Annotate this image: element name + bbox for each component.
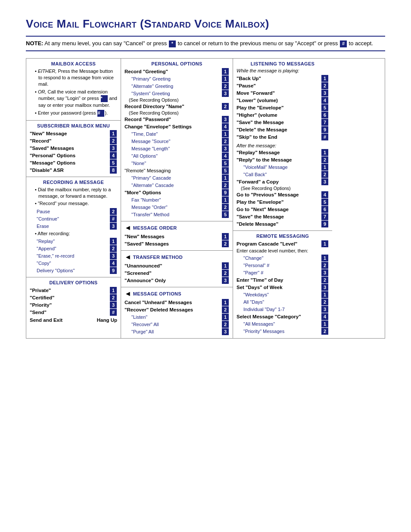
rm-message-category: Select Message "Category" 4: [237, 313, 329, 320]
po-all-options: "All Options" 4: [125, 152, 229, 159]
mailbox-access-header: MAILBOX ACCESS: [30, 61, 117, 66]
po-message-order: Message "Order" 2: [125, 204, 229, 211]
po-primary-greeting: "Primary" Greeting 1: [125, 75, 229, 82]
flowchart: MAILBOX ACCESS • EITHER, Press the Messa…: [26, 58, 385, 339]
po-record-password: Record "Password" 3: [125, 116, 229, 123]
mailbox-bullet-1: • EITHER, Press the Message button to re…: [33, 68, 117, 88]
remote-messaging-header: REMOTE MESSAGING: [237, 233, 329, 239]
page-title: Voice Mail Flowchart (Standard Voice Mai…: [26, 17, 385, 31]
message-options-header-row: ◄ MESSAGE OPTIONS: [125, 290, 229, 298]
middle-column: PERSONAL OPTIONS Record "Greeting" 1 "Pr…: [121, 59, 233, 338]
section-personal-options: PERSONAL OPTIONS Record "Greeting" 1 "Pr…: [121, 59, 233, 221]
right-column: LISTENING TO MESSAGES While the message …: [233, 59, 332, 338]
subscriber-menu-header: SUBSCRIBER MAILBOX MENU: [30, 123, 117, 128]
l-skip-end: "Skip" to the End #: [237, 134, 329, 140]
delivery-send: "Send" #: [30, 309, 117, 316]
po-none: "None" 5: [125, 160, 229, 167]
section-recording: RECORDING A MESSAGE • Dial the mailbox n…: [26, 177, 121, 278]
l-forward-copy: "Forward" a Copy 3: [237, 178, 329, 185]
po-record-directory: Record Directory "Name" 2: [125, 103, 229, 110]
left-column: MAILBOX ACCESS • EITHER, Press the Messa…: [26, 59, 121, 338]
rm-personal: "Personal" # 2: [237, 262, 329, 269]
po-see-recording-2: (See Recording Options): [125, 110, 229, 115]
l-previous-message: Go to "Previous" Message 4: [237, 191, 329, 198]
recording-erase-rerecord: "Erase," re-record 3: [30, 252, 117, 259]
msgopt-listen: "Listen" 1: [125, 314, 229, 320]
delivery-certified: "Certified" 2: [30, 294, 117, 301]
rm-days-of-week: Set "Days" of Week 3: [237, 284, 329, 291]
msgopt-cancel-unheard: Cancel "Unheard" Messages 1: [125, 299, 229, 306]
recording-copy: "Copy" 4: [30, 260, 117, 267]
note-text1: At any menu level, you can say "Cancel" …: [44, 40, 168, 47]
msgopt-purge-all: "Purge" All 3: [125, 328, 229, 335]
msgopt-recover-all: "Recover" All 2: [125, 321, 229, 328]
l-lower: "Lower" (volume) 4: [237, 97, 329, 104]
delivery-header: DELIVERY OPTIONS: [30, 280, 117, 285]
recording-replay: "Replay" 1: [30, 238, 117, 245]
po-change-envelope: Change "Envelope" Settings 4: [125, 123, 229, 130]
sub-menu-saved: "Saved" Messages 3: [30, 145, 117, 152]
tm-unannounced: "Unannounced" 1: [125, 262, 229, 269]
rm-all-messages: "All Messages" 1: [237, 320, 329, 327]
section-delivery: DELIVERY OPTIONS "Private" 1 "Certified"…: [26, 277, 121, 325]
po-time-date: "Time, Date" 1: [125, 131, 229, 137]
transfer-method-arrow: ◄: [125, 253, 131, 261]
recording-pause: Pause 2: [30, 208, 117, 215]
recording-delivery: Delivery "Options" 9: [30, 267, 117, 274]
po-transfer-method: "Transfer" Method 5: [125, 211, 229, 218]
section-message-order: ◄ MESSAGE ORDER "New" Messages 1 "Saved"…: [121, 221, 233, 251]
tm-screened: "Screened" 2: [125, 270, 229, 277]
po-system-greeting: "System" Greeting 3: [125, 90, 229, 97]
message-order-header-row: ◄ MESSAGE ORDER: [125, 224, 229, 232]
po-see-recording-1: (See Recording Options): [125, 97, 229, 103]
rm-all-days: All "Days" 2: [237, 299, 329, 305]
po-primary-cascade: "Primary" Cascade 1: [125, 174, 229, 181]
listening-header: LISTENING TO MESSAGES: [237, 61, 329, 66]
after-message-label: After the message:: [237, 143, 329, 148]
l-back-up: "Back Up" 1: [237, 75, 329, 82]
l-play-envelope: Play the "Envelope" 5: [237, 104, 329, 111]
note-label: NOTE:: [26, 40, 43, 47]
recording-continue: "Continue" #: [30, 215, 117, 222]
po-remote-messaging: "Remote" Messaging 5: [125, 167, 229, 174]
rm-pager: "Pager" # 3: [237, 269, 329, 276]
section-subscriber-menu: SUBSCRIBER MAILBOX MENU "New" Message 1 …: [26, 121, 121, 177]
star-key-badge: *: [169, 40, 176, 47]
mo-saved-messages: "Saved" Messages 2: [125, 240, 229, 247]
recording-after: • After recording:: [33, 230, 117, 237]
section-remote-messaging: REMOTE MESSAGING Program Cascade "Level"…: [233, 231, 332, 338]
sub-menu-new: "New" Message 1: [30, 130, 117, 137]
po-message-length: Message "Length" 3: [125, 145, 229, 152]
rm-weekdays: "Weekdays" 1: [237, 291, 329, 298]
recording-header: RECORDING A MESSAGE: [30, 180, 117, 185]
l-reply-message: "Reply" to the Message 2: [237, 156, 329, 163]
po-more-options: "More" Options 9: [125, 189, 229, 196]
note-text3: to accept.: [349, 40, 373, 47]
message-options-header: MESSAGE OPTIONS: [133, 291, 181, 296]
rm-time-of-day: Enter "Time" of Day 2: [237, 277, 329, 283]
l-delete-message2: "Delete Message" 9: [237, 221, 329, 227]
note-bar: NOTE: At any menu level, you can say "Ca…: [26, 36, 385, 51]
l-higher: "Higher" (volume 6: [237, 112, 329, 118]
message-order-header: MESSAGE ORDER: [133, 225, 177, 230]
l-save-message2: "Save" the Message 7: [237, 213, 329, 220]
l-replay-message: "Replay" Message 1: [237, 149, 329, 156]
tm-announce-only: "Announce" Only 3: [125, 277, 229, 284]
po-alternate-cascade: "Alternate" Cascade 2: [125, 182, 229, 189]
delivery-private: "Private" 1: [30, 287, 117, 294]
l-pause: "Pause" 2: [237, 82, 329, 89]
section-message-options: ◄ MESSAGE OPTIONS Cancel "Unheard" Messa…: [121, 287, 233, 338]
delivery-footer: Send and Exit Hang Up: [30, 317, 117, 323]
rm-priority-messages: "Priority" Messages 2: [237, 328, 329, 335]
rm-program-cascade: Program Cascade "Level" 1: [237, 240, 329, 247]
section-mailbox-access: MAILBOX ACCESS • EITHER, Press the Messa…: [26, 59, 121, 121]
rm-enter-cascade: Enter cascade level number, then:: [237, 248, 329, 254]
section-transfer-method: ◄ TRANSFER METHOD "Unannounced" 1 "Scree…: [121, 251, 233, 287]
l-call-back: "Call Back" 2: [237, 171, 329, 178]
send-exit-label: Send and Exit: [30, 317, 62, 323]
mailbox-bullet-3: • Enter your password (press #).: [33, 110, 117, 117]
recording-erase: Erase 3: [30, 223, 117, 230]
mo-new-messages: "New" Messages 1: [125, 233, 229, 240]
rm-individual-day: Individual "Day" 1-7 3: [237, 306, 329, 313]
l-forward: Move "Forward" 3: [237, 90, 329, 96]
